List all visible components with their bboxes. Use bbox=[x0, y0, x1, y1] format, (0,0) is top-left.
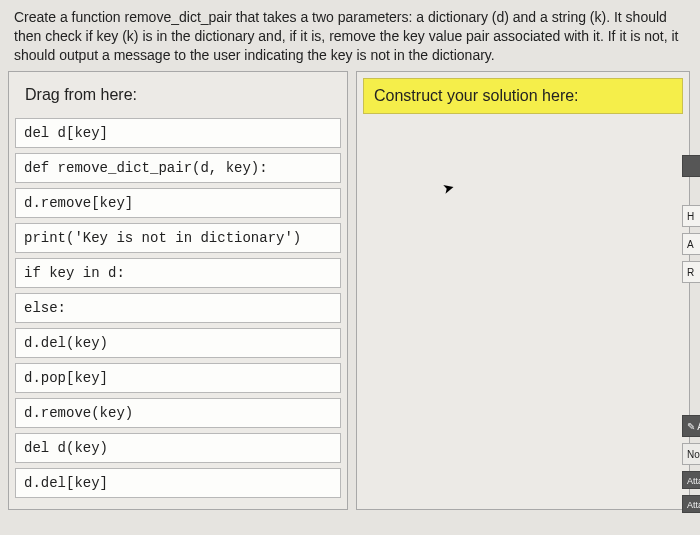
source-header: Drag from here: bbox=[15, 78, 341, 112]
target-header: Construct your solution here: bbox=[363, 78, 683, 114]
side-button[interactable] bbox=[682, 155, 700, 177]
code-block[interactable]: del d(key) bbox=[15, 433, 341, 463]
no-attach-label: No att bbox=[682, 443, 700, 465]
code-block[interactable]: d.remove(key) bbox=[15, 398, 341, 428]
code-block[interactable]: d.del[key] bbox=[15, 468, 341, 498]
source-panel: Drag from here: del d[key] def remove_di… bbox=[8, 71, 348, 510]
workspace: Drag from here: del d[key] def remove_di… bbox=[0, 71, 700, 510]
side-button[interactable]: R bbox=[682, 261, 700, 283]
code-block[interactable]: del d[key] bbox=[15, 118, 341, 148]
attach-option[interactable]: Attach t bbox=[682, 495, 700, 513]
exercise-instructions: Create a function remove_dict_pair that … bbox=[0, 0, 700, 71]
attach-button[interactable]: ✎ Att bbox=[682, 415, 700, 437]
code-block[interactable]: d.del(key) bbox=[15, 328, 341, 358]
code-block[interactable]: else: bbox=[15, 293, 341, 323]
side-button[interactable]: A bbox=[682, 233, 700, 255]
side-toolbar: H A R ✎ Att No att Attach a Attach t bbox=[682, 155, 700, 513]
code-block[interactable]: d.remove[key] bbox=[15, 188, 341, 218]
target-panel[interactable]: Construct your solution here: bbox=[356, 71, 690, 510]
code-block[interactable]: def remove_dict_pair(d, key): bbox=[15, 153, 341, 183]
code-block[interactable]: print('Key is not in dictionary') bbox=[15, 223, 341, 253]
code-block[interactable]: d.pop[key] bbox=[15, 363, 341, 393]
side-button[interactable]: H bbox=[682, 205, 700, 227]
attach-option[interactable]: Attach a bbox=[682, 471, 700, 489]
code-block[interactable]: if key in d: bbox=[15, 258, 341, 288]
